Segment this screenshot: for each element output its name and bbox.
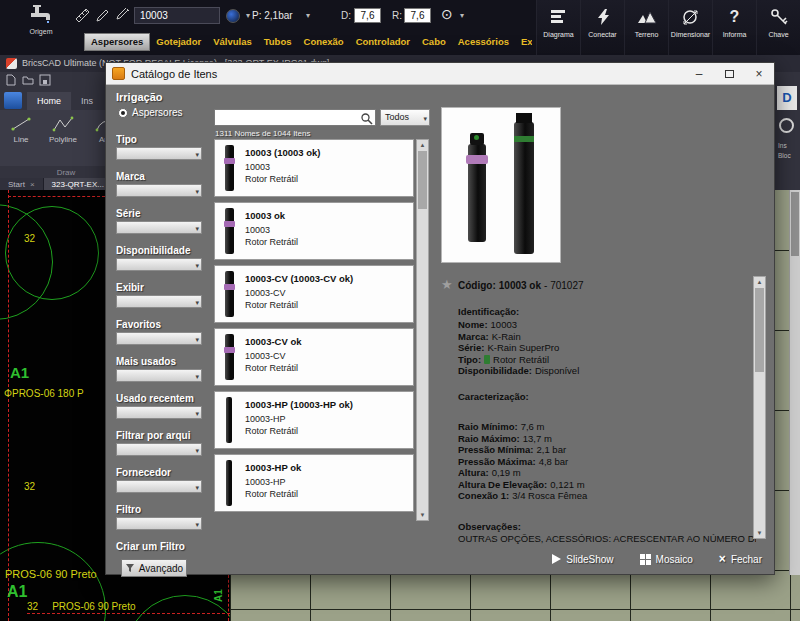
minimize-button[interactable]: – — [684, 63, 714, 84]
filter-all-select[interactable]: Todos ▾ — [380, 109, 430, 126]
scroll-thumb[interactable] — [755, 288, 764, 372]
doc-tab-drawing[interactable]: 323-QRT-EX... — [44, 178, 112, 190]
favorite-star-icon[interactable]: ★ — [441, 277, 453, 292]
scroll-up-icon[interactable]: ▲ — [417, 140, 428, 150]
tab-tubos[interactable]: Tubos — [258, 33, 298, 51]
mosaico-button[interactable]: Mosaico — [640, 554, 693, 565]
origem-tool[interactable]: Origem — [18, 3, 64, 35]
chave-button[interactable]: Chave — [756, 0, 800, 55]
ribbon-tab-home[interactable]: Home — [27, 92, 71, 110]
item-code-input[interactable] — [134, 7, 220, 24]
chevron-down-icon[interactable]: ▾ — [306, 12, 310, 20]
filter-select-favoritos[interactable]: ▾ — [116, 332, 202, 345]
screen: Origem ▾ P: 2,1bar ▾ D: R: ⊙ ▾ Aspersore… — [0, 0, 800, 621]
ribbon-tab-insert[interactable]: Ins — [71, 92, 103, 110]
create-filter-label[interactable]: Criar um Filtro — [116, 541, 202, 552]
chevron-down-icon[interactable]: ▾ — [246, 12, 250, 20]
item-title: 10003-CV ok — [245, 336, 302, 347]
fechar-button[interactable]: × Fechar — [719, 552, 762, 566]
details-scrollbar[interactable]: ▲ ▼ — [753, 276, 766, 539]
dialog-titlebar[interactable]: Catálogo de Itens – × — [106, 63, 774, 85]
filter-label: Exibir — [116, 282, 202, 293]
chevron-down-icon: ▾ — [195, 335, 199, 342]
tab-aspersores[interactable]: Aspersores — [84, 33, 150, 51]
filter-select-serie[interactable]: ▾ — [116, 221, 202, 234]
filter-select-exibir[interactable]: ▾ — [116, 295, 202, 308]
diagrama-button[interactable]: Diagrama — [536, 0, 580, 55]
observacoes-title: Observações: — [458, 521, 521, 532]
item-model: 10003-HP — [245, 414, 353, 424]
tab-acessorios[interactable]: Acessórios — [452, 33, 515, 51]
scroll-down-icon[interactable]: ▼ — [417, 510, 428, 520]
color-swatch-icon[interactable] — [226, 9, 240, 23]
close-icon[interactable]: × — [30, 180, 35, 189]
terreno-button[interactable]: Terreno — [624, 0, 668, 55]
filter-label: Favoritos — [116, 319, 202, 330]
d-input[interactable] — [354, 8, 381, 23]
tab-gotejador[interactable]: Gotejador — [150, 33, 207, 51]
key-icon — [770, 8, 788, 26]
pressure-value[interactable]: P: 2,1bar — [252, 10, 293, 21]
cad-right-area[interactable] — [775, 190, 800, 575]
scroll-down-icon[interactable]: ▼ — [754, 528, 765, 538]
cad-scrollbar[interactable] — [789, 190, 800, 575]
filter-select-filtro[interactable]: ▾ — [116, 517, 202, 530]
item-model: 10003-HP — [245, 477, 301, 487]
list-scrollbar[interactable]: ▲ ▼ — [416, 139, 429, 521]
informa-button[interactable]: ? Informa — [712, 0, 756, 55]
line-tool[interactable]: Line — [0, 110, 42, 166]
insert-block-icon[interactable] — [779, 118, 794, 133]
list-item[interactable]: 10003-HP (10003-HP ok) 10003-HP Rotor Re… — [214, 391, 414, 449]
filter-select-tipo[interactable]: ▾ — [116, 147, 202, 160]
tab-valvulas[interactable]: Válvulas — [207, 33, 258, 51]
tab-controlador[interactable]: Controlador — [350, 33, 416, 51]
maximize-button[interactable] — [714, 63, 744, 84]
app-menu-button[interactable] — [4, 92, 22, 109]
r-input[interactable] — [404, 8, 431, 23]
cad-label: A1 — [7, 583, 27, 601]
list-item[interactable]: 10003-CV (10003-CV ok) 10003-CV Rotor Re… — [214, 265, 414, 323]
radio-aspersores[interactable]: Aspersores — [118, 107, 202, 118]
filter-select-fornecedor[interactable]: ▾ — [116, 480, 202, 493]
tab-conexao[interactable]: Conexão — [298, 33, 350, 51]
list-item[interactable]: 10003 (10003 ok) 10003 Rotor Retrátil — [214, 139, 414, 197]
field-label: Disponibilidade: — [458, 365, 532, 376]
list-item[interactable]: 10003-CV ok 10003-CV Rotor Retrátil — [214, 328, 414, 386]
cad-boundary-line — [8, 190, 9, 621]
filter-select-marca[interactable]: ▾ — [116, 184, 202, 197]
scroll-thumb[interactable] — [791, 192, 799, 256]
eyedropper-icon[interactable] — [114, 7, 131, 24]
search-input[interactable] — [215, 114, 355, 128]
advanced-button[interactable]: Avançado — [121, 559, 187, 577]
sprinkler-icon — [226, 460, 232, 506]
filter-select-disponibilidade[interactable]: ▾ — [116, 258, 202, 271]
close-button[interactable]: × — [744, 63, 774, 84]
filter-label: Disponibilidade — [116, 245, 202, 256]
new-file-icon[interactable] — [5, 74, 17, 86]
slideshow-button[interactable]: SlideShow — [552, 554, 613, 565]
chevron-down-icon: ▾ — [195, 446, 199, 453]
filter-group-fornecedor: Fornecedor ▾ — [116, 467, 202, 493]
open-folder-icon[interactable] — [22, 74, 34, 86]
list-item[interactable]: 10003 ok 10003 Rotor Retrátil — [214, 202, 414, 260]
tab-extras[interactable]: Extras — [515, 33, 532, 51]
search-icon[interactable] — [360, 112, 373, 125]
save-icon[interactable] — [39, 74, 51, 86]
list-item[interactable]: 10003-HP ok 10003-HP Rotor Retrátil — [214, 454, 414, 512]
tab-cabo[interactable]: Cabo — [416, 33, 452, 51]
chevron-down-icon[interactable]: ▾ — [460, 12, 464, 20]
pencil-icon[interactable] — [94, 7, 111, 24]
ruler-icon[interactable] — [74, 7, 91, 24]
polyline-tool[interactable]: Polyline — [42, 110, 84, 166]
scroll-thumb[interactable] — [418, 151, 427, 209]
cad-layout-area[interactable] — [230, 575, 800, 621]
conectar-button[interactable]: Conectar — [580, 0, 624, 55]
filter-select-mais-usados[interactable]: ▾ — [116, 369, 202, 382]
sprinkler-graphic — [514, 122, 534, 254]
doc-tab-start[interactable]: Start × — [0, 178, 43, 190]
target-icon[interactable]: ⊙ — [441, 6, 453, 22]
filter-select-usado-recentemente[interactable]: ▾ — [116, 406, 202, 419]
dimensionar-button[interactable]: Dimensionar — [668, 0, 712, 55]
scroll-up-icon[interactable]: ▲ — [754, 277, 765, 287]
filter-select-filtrar-por-arquivo[interactable]: ▾ — [116, 443, 202, 456]
